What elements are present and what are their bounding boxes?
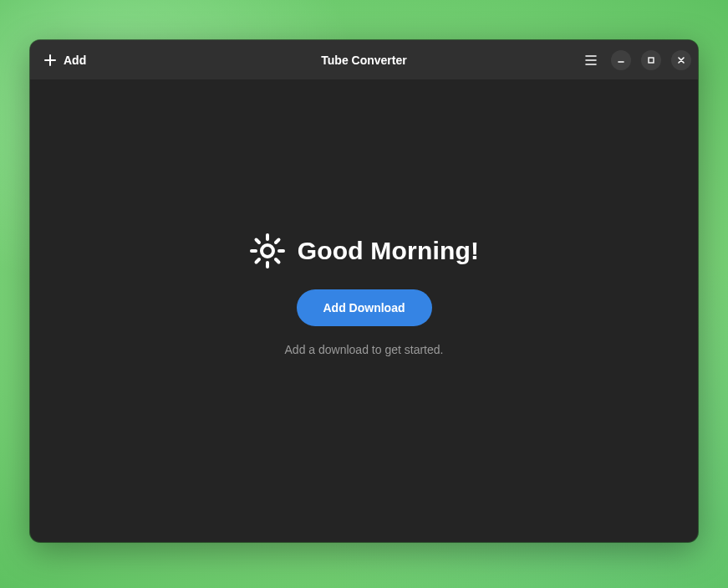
svg-point-1 bbox=[262, 245, 273, 257]
maximize-icon bbox=[647, 56, 655, 64]
svg-rect-0 bbox=[649, 58, 654, 63]
app-window: Add Tube Converter bbox=[30, 40, 698, 542]
plus-icon bbox=[43, 54, 57, 67]
svg-line-6 bbox=[256, 239, 259, 243]
minimize-button[interactable] bbox=[611, 50, 631, 70]
hamburger-icon bbox=[585, 55, 597, 65]
maximize-button[interactable] bbox=[641, 50, 661, 70]
svg-line-7 bbox=[276, 259, 279, 263]
greeting-row: Good Morning! bbox=[249, 233, 480, 269]
add-button-label: Add bbox=[64, 54, 86, 67]
svg-line-9 bbox=[276, 239, 279, 243]
hamburger-menu-button[interactable] bbox=[581, 50, 601, 70]
add-download-button[interactable]: Add Download bbox=[297, 289, 432, 326]
header-right bbox=[581, 50, 691, 70]
greeting-title: Good Morning! bbox=[298, 237, 480, 265]
main-content: Good Morning! Add Download Add a downloa… bbox=[30, 79, 698, 542]
close-button[interactable] bbox=[671, 50, 691, 70]
window-controls bbox=[611, 50, 691, 70]
header-bar: Add Tube Converter bbox=[30, 40, 698, 79]
svg-line-8 bbox=[256, 259, 259, 263]
add-button[interactable]: Add bbox=[37, 49, 93, 72]
header-left: Add bbox=[37, 49, 93, 72]
sun-icon bbox=[249, 233, 286, 269]
close-icon bbox=[677, 56, 685, 64]
minimize-icon bbox=[617, 56, 625, 64]
hint-text: Add a download to get started. bbox=[285, 343, 444, 356]
